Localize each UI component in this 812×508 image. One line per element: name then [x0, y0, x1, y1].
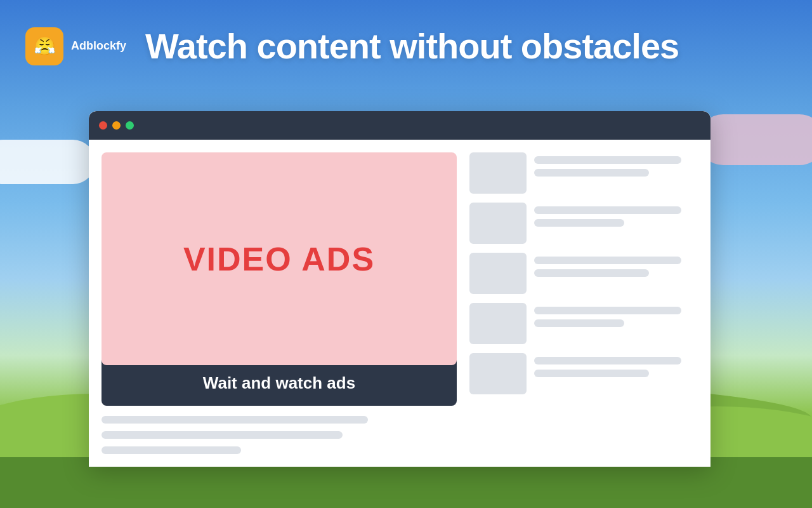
- sidebar-line: [534, 206, 681, 214]
- sidebar-line: [534, 370, 649, 377]
- sidebar-thumb: [469, 303, 527, 344]
- sidebar-lines: [534, 152, 698, 177]
- browser-minimize-dot: [112, 121, 121, 130]
- sidebar-item: [469, 203, 698, 244]
- sidebar-thumb: [469, 353, 527, 394]
- sidebar-line: [534, 156, 681, 164]
- logo-emoji: 😤: [34, 36, 56, 57]
- sidebar-line: [534, 257, 681, 264]
- video-ad-label: VIDEO ADS: [183, 240, 375, 278]
- sidebar-lines: [534, 203, 698, 227]
- background: 😤 Adblockfy Watch content without obstac…: [0, 0, 812, 508]
- sidebar-item: [469, 303, 698, 344]
- sidebar-thumb: [469, 203, 527, 244]
- wait-and-watch-text: Wait and watch ads: [203, 373, 355, 393]
- sidebar-thumb: [469, 253, 527, 294]
- sidebar-item: [469, 353, 698, 394]
- page-title: Watch content without obstacles: [145, 27, 679, 66]
- sidebar-line: [534, 219, 624, 227]
- sidebar-lines: [534, 253, 698, 277]
- video-section: VIDEO ADS Wait and watch ads: [102, 152, 457, 454]
- sidebar-item: [469, 152, 698, 194]
- logo-icon: 😤: [25, 27, 63, 65]
- logo-text: Adblockfy: [71, 39, 126, 53]
- browser-mockup: VIDEO ADS Wait and watch ads: [89, 111, 710, 467]
- cloud-left: [0, 140, 95, 184]
- sidebar-line: [534, 357, 681, 364]
- header: 😤 Adblockfy Watch content without obstac…: [0, 0, 812, 92]
- bottom-line-3: [102, 446, 241, 454]
- video-ad-container: VIDEO ADS: [102, 152, 457, 365]
- sidebar-item: [469, 253, 698, 294]
- browser-close-dot: [99, 121, 107, 130]
- cloud-right: [698, 114, 812, 165]
- sidebar-thumb: [469, 152, 527, 194]
- browser-bar: [89, 111, 710, 140]
- browser-content: VIDEO ADS Wait and watch ads: [89, 140, 710, 467]
- sidebar-lines: [534, 303, 698, 327]
- sidebar-line: [534, 307, 681, 314]
- browser-maximize-dot: [126, 121, 134, 130]
- sidebar-line: [534, 169, 649, 177]
- sidebar-line: [534, 269, 649, 277]
- bottom-line-1: [102, 416, 368, 424]
- logo-container: 😤 Adblockfy: [25, 27, 126, 65]
- sidebar-line: [534, 319, 624, 327]
- video-wait-bar[interactable]: Wait and watch ads: [102, 360, 457, 406]
- sidebar-section: [469, 152, 698, 454]
- sidebar-lines: [534, 353, 698, 377]
- bottom-line-2: [102, 431, 343, 439]
- bottom-lines: [102, 416, 457, 454]
